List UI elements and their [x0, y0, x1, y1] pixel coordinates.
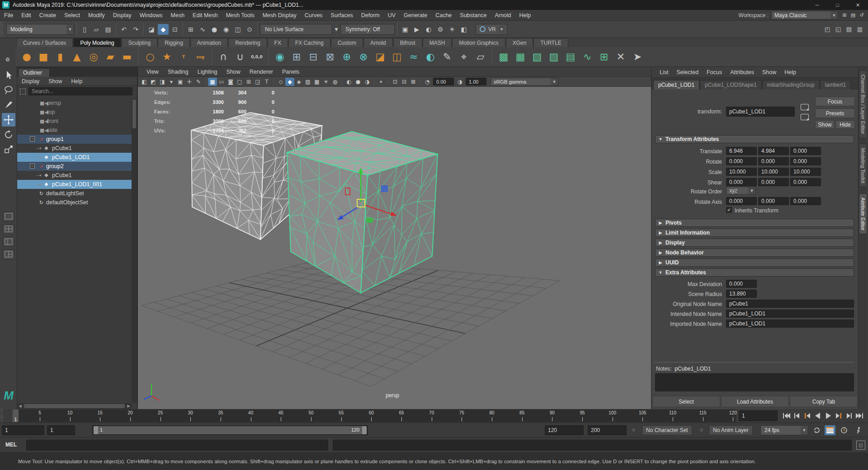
- imported-node-name-field[interactable]: pCube1_LOD1: [726, 320, 854, 328]
- ipr-render-icon[interactable]: ◐: [423, 24, 434, 35]
- save-scene-icon[interactable]: ▤: [103, 24, 113, 35]
- maximize-button[interactable]: □: [827, 0, 848, 10]
- step-forward-frame-button[interactable]: [844, 410, 854, 421]
- outliner-item-top[interactable]: ■◀top: [17, 108, 132, 117]
- outliner-item-persp[interactable]: ■◀persp: [17, 99, 132, 108]
- wireframe-on-shaded-icon[interactable]: ▩: [312, 78, 321, 86]
- menu-create[interactable]: Create: [35, 12, 61, 19]
- menu-select[interactable]: Select: [60, 12, 84, 19]
- shelf-icon-poly-disc[interactable]: ▬: [119, 49, 135, 65]
- undo-icon[interactable]: ↶: [118, 24, 129, 35]
- shelf-icon-super-shape[interactable]: ★: [159, 49, 175, 65]
- outliner-vertical-scrollbar[interactable]: [132, 99, 137, 403]
- shelf-tab-bifrost[interactable]: Bifrost: [393, 38, 422, 47]
- live-surface-field[interactable]: No Live Surface: [260, 24, 332, 35]
- open-render-view-icon[interactable]: ▣: [400, 24, 410, 35]
- textured-icon[interactable]: ▨: [303, 78, 312, 86]
- fps-select[interactable]: 24 fps ▼: [760, 425, 808, 435]
- viewport-menu-lighting[interactable]: Lighting: [193, 69, 222, 75]
- layout-four-panes[interactable]: [3, 224, 14, 234]
- viewport-scene[interactable]: Verts:15083040Edges:33009000Faces:180060…: [138, 87, 651, 409]
- menu-file[interactable]: File: [0, 12, 17, 19]
- menu-edit[interactable]: Edit: [17, 12, 35, 19]
- close-button[interactable]: ✕: [848, 0, 868, 10]
- shelf-icon-mash-color[interactable]: ▤: [563, 49, 578, 65]
- shelf-icon-poly-torus[interactable]: ◎: [86, 49, 101, 65]
- section-extra-attributes[interactable]: ▼Extra Attributes: [655, 268, 854, 277]
- shelf-icon-cleanup-tool[interactable]: ✕: [613, 49, 628, 65]
- use-default-lighting-icon[interactable]: ◐: [344, 78, 354, 86]
- shelf-icon-snap-together-tool[interactable]: ∩: [216, 49, 231, 65]
- notes-textarea[interactable]: [655, 373, 854, 391]
- grease-pencil-icon[interactable]: ✎: [194, 78, 203, 86]
- menu-edit-mesh[interactable]: Edit Mesh: [189, 12, 222, 19]
- shelf-icon-platonic-solid[interactable]: ○: [142, 49, 158, 65]
- shelf-tab-rendering[interactable]: Rendering: [228, 38, 267, 47]
- original-node-name-field[interactable]: pCube1: [726, 300, 854, 308]
- timeline-ruler[interactable]: 1 51015202530354045505560657075808590951…: [13, 409, 736, 422]
- go-to-end-button[interactable]: [854, 410, 864, 421]
- make-live-icon[interactable]: ⊙: [244, 24, 255, 35]
- rotate-field-x[interactable]: 0.000: [726, 157, 757, 165]
- resolution-gate-icon[interactable]: ◙: [226, 78, 235, 86]
- max-deviation-field[interactable]: 0.000: [726, 280, 757, 288]
- shelf-tab-sculpting[interactable]: Sculpting: [122, 38, 157, 47]
- exposure-toggle-icon[interactable]: ◔: [423, 78, 432, 86]
- scene-view-icon[interactable]: ⊠: [409, 78, 418, 86]
- section-node-behavior[interactable]: ▶Node Behavior: [655, 249, 854, 257]
- current-frame-marker[interactable]: 1: [13, 409, 19, 422]
- field-chart-icon[interactable]: ⊞: [244, 78, 253, 86]
- snapshot-icon[interactable]: ⊡: [391, 78, 400, 86]
- outliner-item-group2[interactable]: −➚group2: [17, 162, 132, 171]
- ae-menu-selected[interactable]: Selected: [673, 69, 702, 75]
- outliner-item-pcube1-lod1[interactable]: ─●❖pCube1_LOD1: [17, 153, 132, 162]
- menu-uv[interactable]: UV: [384, 12, 400, 19]
- shear-field-z[interactable]: 0.000: [790, 178, 821, 186]
- select-tool[interactable]: [2, 68, 15, 82]
- vr-select[interactable]: VR ▼: [476, 24, 507, 35]
- isolate-select-icon[interactable]: ⌖: [377, 78, 386, 86]
- shelf-icon-mash-distribute[interactable]: ▧: [529, 49, 545, 65]
- light-editor-icon[interactable]: ☀: [447, 24, 458, 35]
- viewport-menu-shading[interactable]: Shading: [164, 69, 193, 75]
- translate-field-z[interactable]: 0.000: [790, 147, 821, 155]
- outliner-item-defaultobjectset[interactable]: ↻defaultObjectSet: [17, 198, 132, 207]
- shelf-tab-turtle[interactable]: TURTLE: [533, 38, 568, 47]
- shelf-icon-mash-placer[interactable]: ▦: [513, 49, 528, 65]
- outliner-item-group1[interactable]: −➚group1: [17, 135, 132, 144]
- range-end-handle[interactable]: [362, 426, 367, 434]
- menu-mesh-display[interactable]: Mesh Display: [259, 12, 301, 19]
- anim-layer-select[interactable]: No Anim Layer: [709, 425, 753, 435]
- shelf-tab-fx-caching[interactable]: FX Caching: [288, 38, 330, 47]
- playback-looping-icon[interactable]: [811, 425, 822, 435]
- menu-curves[interactable]: Curves: [301, 12, 327, 19]
- move-tool[interactable]: [2, 113, 15, 127]
- open-scene-icon[interactable]: ▱: [91, 24, 102, 35]
- shelf-icon-poly-cone[interactable]: ▲: [69, 49, 85, 65]
- gear-icon[interactable]: ⚙: [5, 56, 10, 63]
- scroll-left-icon[interactable]: ◀: [17, 404, 23, 408]
- gate-mask-icon[interactable]: ▢: [235, 78, 244, 86]
- shelf-icon-sweep-mesh[interactable]: ◉: [272, 49, 288, 65]
- select-object-icon[interactable]: ◆: [158, 24, 169, 35]
- playback-start-field[interactable]: 1: [47, 425, 75, 435]
- scale-field-z[interactable]: 10.000: [790, 168, 821, 176]
- menu-windows[interactable]: Windows: [136, 12, 167, 19]
- scale-field-y[interactable]: 10.000: [758, 168, 789, 176]
- shelf-tab-mash[interactable]: MASH: [423, 38, 452, 47]
- expand-toggle[interactable]: −: [30, 136, 35, 141]
- paint-select-tool[interactable]: [2, 98, 15, 112]
- toggle-tool-settings-icon[interactable]: ◱: [834, 25, 843, 34]
- pin-layer-icon[interactable]: ⊟: [400, 78, 409, 86]
- 2d-pan-zoom-icon[interactable]: ✛: [185, 78, 194, 86]
- reload-icon[interactable]: [801, 104, 809, 110]
- section-uuid[interactable]: ▶UUID: [655, 258, 854, 267]
- minimize-button[interactable]: ─: [807, 0, 827, 10]
- play-backwards-button[interactable]: [812, 410, 823, 421]
- snap-point-icon[interactable]: ●: [209, 24, 220, 35]
- shelf-tab-poly-modeling[interactable]: Poly Modeling: [73, 38, 121, 47]
- shear-field-y[interactable]: 0.000: [758, 178, 789, 186]
- shelf-icon-combine[interactable]: ⊕: [339, 49, 354, 65]
- scale-field-x[interactable]: 10.000: [726, 168, 757, 176]
- section-display[interactable]: ▶Display: [655, 239, 854, 247]
